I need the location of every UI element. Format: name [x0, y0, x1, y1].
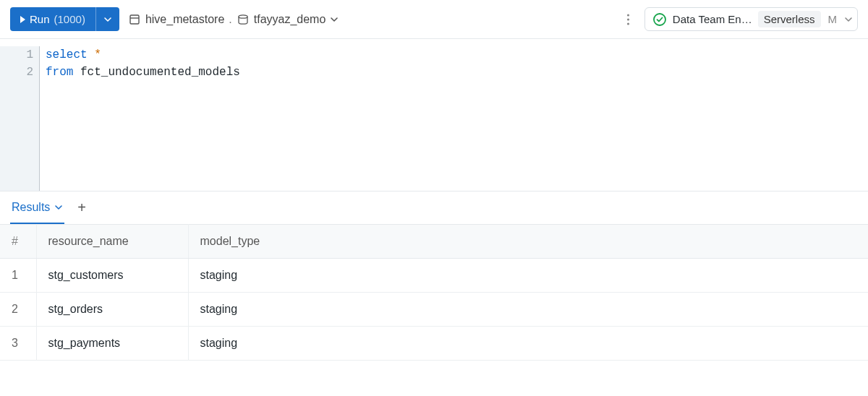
add-tab-button[interactable]: +	[73, 199, 90, 216]
col-rownum[interactable]: #	[0, 225, 36, 259]
cell-rownum: 1	[0, 259, 36, 293]
schema-name: tfayyaz_demo	[254, 13, 326, 26]
svg-point-5	[627, 22, 629, 25]
chevron-down-icon	[330, 15, 339, 24]
svg-point-4	[627, 18, 629, 20]
play-icon	[20, 16, 25, 23]
svg-point-2	[239, 14, 247, 17]
catalog-icon	[128, 13, 141, 26]
run-limit: (1000)	[54, 13, 85, 25]
run-button[interactable]: Run (1000)	[10, 7, 95, 31]
code-line[interactable]: from fct_undocumented_models	[46, 64, 868, 81]
toolbar: Run (1000) hive_metastore . tfayyaz_demo	[0, 0, 868, 39]
compute-name: Data Team En…	[673, 13, 752, 25]
cell-model-type: staging	[188, 293, 868, 327]
cell-resource-name: stg_payments	[36, 327, 188, 361]
cell-model-type: staging	[188, 259, 868, 293]
col-resource-name[interactable]: resource_name	[36, 225, 188, 259]
chevron-down-icon	[844, 15, 853, 24]
line-number: 2	[0, 64, 33, 81]
cell-rownum: 3	[0, 327, 36, 361]
path-separator: .	[229, 13, 231, 26]
overflow-menu-button[interactable]	[621, 10, 636, 29]
schema-icon	[237, 13, 250, 26]
table-row[interactable]: 1stg_customersstaging	[0, 259, 868, 293]
cell-model-type: staging	[188, 327, 868, 361]
compute-selector[interactable]: Data Team En… Serverless M	[644, 7, 858, 31]
compute-tag: Serverless	[758, 11, 821, 27]
code-line[interactable]: select *	[46, 46, 868, 64]
svg-point-3	[627, 14, 629, 16]
vertical-dots-icon	[626, 13, 630, 26]
table-row[interactable]: 2stg_ordersstaging	[0, 293, 868, 327]
results-table: # resource_name model_type 1stg_customer…	[0, 224, 868, 361]
catalog-schema-selector[interactable]: hive_metastore . tfayyaz_demo	[128, 13, 339, 26]
cell-resource-name: stg_customers	[36, 259, 188, 293]
cell-resource-name: stg_orders	[36, 293, 188, 327]
results-bar: Results +	[0, 191, 868, 224]
line-number: 1	[0, 46, 33, 64]
run-button-group: Run (1000)	[10, 7, 119, 31]
col-model-type[interactable]: model_type	[188, 225, 868, 259]
table-header-row: # resource_name model_type	[0, 225, 868, 259]
chevron-down-icon	[103, 15, 112, 24]
line-number-gutter: 12	[0, 46, 39, 191]
code-area[interactable]: select *from fct_undocumented_models	[39, 46, 868, 191]
sql-editor[interactable]: 12 select *from fct_undocumented_models	[0, 39, 868, 191]
tab-results[interactable]: Results	[10, 191, 64, 224]
svg-rect-0	[130, 15, 139, 24]
results-tab-label: Results	[12, 201, 50, 214]
cell-rownum: 2	[0, 293, 36, 327]
run-dropdown-button[interactable]	[95, 7, 119, 31]
table-row[interactable]: 3stg_paymentsstaging	[0, 327, 868, 361]
check-circle-icon	[652, 12, 667, 27]
svg-point-6	[654, 14, 665, 25]
run-label: Run	[30, 13, 50, 25]
catalog-name: hive_metastore	[145, 13, 224, 26]
compute-size: M	[827, 13, 839, 25]
chevron-down-icon	[54, 203, 63, 212]
plus-icon: +	[77, 199, 86, 215]
